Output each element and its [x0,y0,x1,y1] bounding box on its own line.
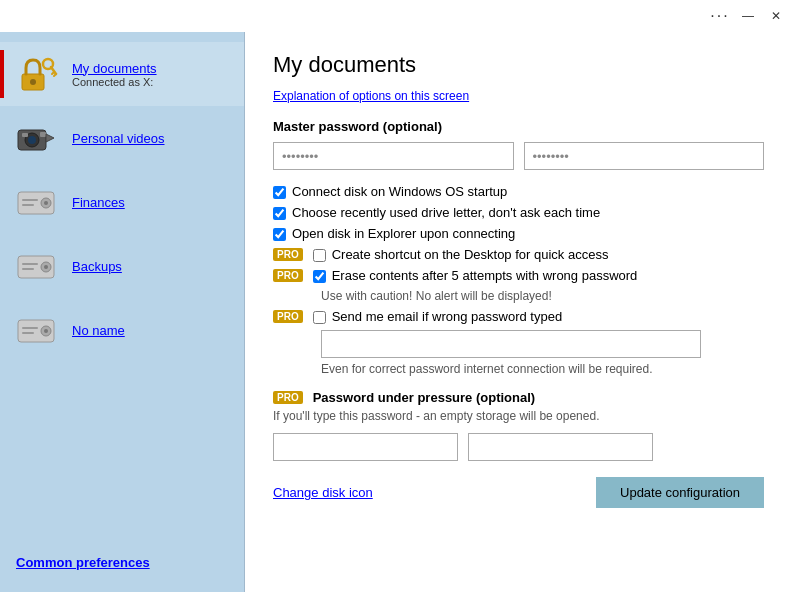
sidebar-item-label-personal-videos: Personal videos [72,131,165,146]
title-bar: ··· — ✕ [0,0,792,32]
drive-backups-icon [12,242,60,290]
checkbox-row-open-explorer: Open disk in Explorer upon connecting [273,226,764,241]
close-button[interactable]: ✕ [768,8,784,24]
checkbox-label-connect-startup: Connect disk on Windows OS startup [292,184,507,199]
sidebar-footer: Common preferences [0,543,244,582]
svg-point-1 [30,79,36,85]
svg-point-8 [28,136,36,144]
svg-rect-25 [22,327,38,329]
master-password-input2[interactable] [524,142,765,170]
sidebar-text-personal-videos: Personal videos [72,131,165,146]
title-bar-controls: ··· — ✕ [712,8,784,24]
svg-line-4 [52,72,54,74]
svg-point-19 [44,265,48,269]
pro-badge-create-shortcut: PRO [273,248,303,261]
caution-text: Use with caution! No alert will be displ… [321,289,764,303]
change-disk-icon-link[interactable]: Change disk icon [273,485,373,500]
svg-rect-10 [40,132,46,137]
checkbox-open-explorer[interactable] [273,228,286,241]
common-preferences-link[interactable]: Common preferences [16,555,150,570]
sidebar-item-backups[interactable]: Backups [0,234,244,298]
svg-line-5 [54,74,56,76]
more-button[interactable]: ··· [712,8,728,24]
checkbox-row-connect-startup: Connect disk on Windows OS startup [273,184,764,199]
camera-icon [12,114,60,162]
checkbox-row-send-email: PRO Send me email if wrong password type… [273,309,764,324]
checkbox-recently-used[interactable] [273,207,286,220]
sidebar-item-sublabel-my-documents: Connected as X: [72,76,157,88]
checkbox-row-recently-used: Choose recently used drive letter, don't… [273,205,764,220]
svg-rect-9 [22,133,28,137]
email-input[interactable] [321,330,701,358]
lock-icon [12,50,60,98]
sidebar: My documents Connected as X: [0,32,245,592]
checkbox-label-create-shortcut: Create shortcut on the Desktop for quick… [332,247,609,262]
pressure-password-input2[interactable] [468,433,653,461]
svg-rect-26 [22,332,34,334]
pro-badge-erase-contents: PRO [273,269,303,282]
pressure-section: PRO Password under pressure (optional) [273,390,764,405]
checkbox-erase-contents[interactable] [313,270,326,283]
svg-point-14 [44,201,48,205]
page-title: My documents [273,52,764,78]
checkbox-label-open-explorer: Open disk in Explorer upon connecting [292,226,515,241]
active-indicator [0,50,4,98]
sidebar-text-finances: Finances [72,195,125,210]
sidebar-spacer [0,362,244,543]
email-note: Even for correct password internet conne… [321,362,764,376]
update-configuration-button[interactable]: Update configuration [596,477,764,508]
svg-point-24 [44,329,48,333]
svg-marker-11 [46,134,54,142]
content-area: My documents Explanation of options on t… [245,32,792,592]
pressure-password-input1[interactable] [273,433,458,461]
sidebar-item-finances[interactable]: Finances [0,170,244,234]
master-password-input1[interactable] [273,142,514,170]
password-row [273,142,764,170]
checkbox-label-recently-used: Choose recently used drive letter, don't… [292,205,600,220]
drive-noname-icon [12,306,60,354]
sidebar-item-my-documents[interactable]: My documents Connected as X: [0,42,244,106]
sidebar-item-label-my-documents: My documents [72,61,157,76]
pro-badge-send-email: PRO [273,310,303,323]
sidebar-item-personal-videos[interactable]: Personal videos [0,106,244,170]
pressure-note: If you'll type this password - an empty … [273,409,764,423]
pro-badge-pressure: PRO [273,391,303,404]
svg-rect-20 [22,263,38,265]
sidebar-item-label-backups: Backups [72,259,122,274]
svg-rect-15 [22,199,38,201]
sidebar-text-my-documents: My documents Connected as X: [72,61,157,88]
sidebar-text-backups: Backups [72,259,122,274]
sidebar-item-label-finances: Finances [72,195,125,210]
main-layout: My documents Connected as X: [0,32,792,592]
checkbox-create-shortcut[interactable] [313,249,326,262]
svg-rect-21 [22,268,34,270]
checkbox-row-erase-contents: PRO Erase contents after 5 attempts with… [273,268,764,283]
sidebar-text-no-name: No name [72,323,125,338]
sidebar-item-label-no-name: No name [72,323,125,338]
pressure-section-label: Password under pressure (optional) [313,390,536,405]
checkbox-connect-startup[interactable] [273,186,286,199]
drive-finances-icon [12,178,60,226]
master-password-label: Master password (optional) [273,119,764,134]
checkbox-send-email[interactable] [313,311,326,324]
minimize-button[interactable]: — [740,8,756,24]
sidebar-item-no-name[interactable]: No name [0,298,244,362]
pressure-inputs [273,433,764,461]
checkbox-row-create-shortcut: PRO Create shortcut on the Desktop for q… [273,247,764,262]
checkbox-label-erase-contents: Erase contents after 5 attempts with wro… [332,268,638,283]
svg-rect-16 [22,204,34,206]
checkbox-label-send-email: Send me email if wrong password typed [332,309,563,324]
footer-buttons: Change disk icon Update configuration [273,477,764,508]
help-link[interactable]: Explanation of options on this screen [273,89,469,103]
